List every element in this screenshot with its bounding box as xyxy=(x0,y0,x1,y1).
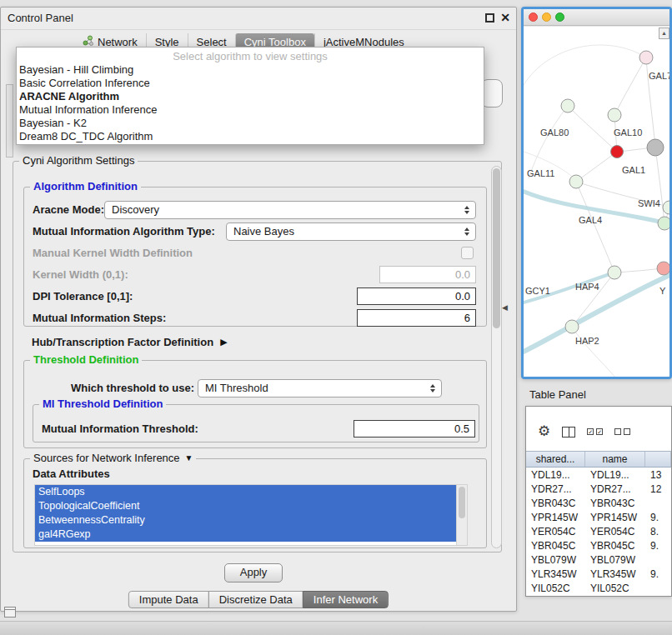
mi-steps-row: Mutual Information Steps: xyxy=(24,309,486,328)
network-node[interactable] xyxy=(647,139,664,156)
scroll-up-icon[interactable]: ▲ xyxy=(659,28,669,39)
table-body: YDL19... YDL19... 13 YDR27... YDR27... 1… xyxy=(526,468,671,596)
table-panel-window: ⚙ shared... name YDL19... YDL19... 13 YD… xyxy=(525,406,672,597)
table-cell: 12 xyxy=(645,482,671,497)
menu-item[interactable]: Bayesian - K2 xyxy=(17,117,484,130)
network-edges xyxy=(524,45,669,379)
network-window-titlebar[interactable] xyxy=(524,9,669,26)
obscured-panel-edge xyxy=(6,84,13,158)
list-item[interactable]: BetweennessCentrality xyxy=(35,513,456,528)
table-cell: YDL19... xyxy=(585,468,645,482)
column-header[interactable]: name xyxy=(585,452,645,467)
table-cell: YDL19... xyxy=(526,468,585,482)
settings-scrollbar[interactable] xyxy=(491,166,502,548)
table-row[interactable]: YPR145W YPR145W 9. xyxy=(526,511,671,525)
table-row[interactable]: YBL079W YBL079W xyxy=(526,553,671,568)
network-node[interactable] xyxy=(608,266,621,279)
deselect-all-columns-icon[interactable] xyxy=(614,428,630,435)
menu-item[interactable]: Bayesian - Hill Climbing xyxy=(17,63,484,77)
network-canvas[interactable]: GAL7 GAL80 GAL10 GAL11 GAL1 SWI4 GAL4 GC… xyxy=(524,27,669,377)
network-node[interactable] xyxy=(561,99,574,112)
scrollbar-thumb[interactable] xyxy=(459,487,465,518)
network-node[interactable] xyxy=(565,320,579,333)
table-row[interactable]: YIL052C YIL052C xyxy=(526,582,671,596)
dpi-tolerance-input[interactable] xyxy=(357,288,476,305)
network-node[interactable] xyxy=(611,146,624,158)
node-label: Y xyxy=(659,286,666,296)
minimize-traffic-light[interactable] xyxy=(542,12,551,22)
network-node[interactable] xyxy=(569,175,583,188)
mi-threshold-input[interactable] xyxy=(354,420,475,438)
manual-kernel-checkbox[interactable] xyxy=(461,247,474,259)
menu-item[interactable]: Mutual Information Inference xyxy=(17,103,484,117)
node-label: HAP4 xyxy=(575,282,599,292)
table-toolbar: ⚙ xyxy=(538,423,630,440)
table-cell: YBL079W xyxy=(585,553,645,568)
network-node[interactable] xyxy=(608,108,621,122)
kernel-width-input[interactable] xyxy=(379,266,476,283)
collapse-down-icon[interactable]: ▼ xyxy=(185,452,193,464)
table-row[interactable]: YBR043C YBR043C xyxy=(526,497,671,511)
menu-item[interactable]: ARACNE Algorithm xyxy=(17,90,484,103)
table-cell: YBR043C xyxy=(585,497,645,511)
expand-right-icon[interactable]: ▶ xyxy=(220,337,227,348)
network-node[interactable] xyxy=(663,201,669,214)
network-node[interactable] xyxy=(657,262,669,275)
aracne-mode-select[interactable]: Discovery xyxy=(104,201,476,219)
kernel-width-label: Kernel Width (0,1): xyxy=(33,266,128,284)
close-icon[interactable]: ✕ xyxy=(500,11,510,24)
group-title: Sources for Network Inference ▼ xyxy=(30,452,196,464)
list-item[interactable]: TopologicalCoefficient xyxy=(35,499,456,513)
table-row[interactable]: YDL19... YDL19... 13 xyxy=(526,468,671,482)
column-header[interactable]: shared... xyxy=(526,452,585,467)
bottom-tab-bar: Impute Data Discretize Data Infer Networ… xyxy=(128,591,389,608)
mi-steps-input[interactable] xyxy=(357,309,476,327)
list-scrollbar[interactable] xyxy=(456,485,467,545)
table-row[interactable]: YLR345W YLR345W 9. xyxy=(526,568,671,582)
zoom-traffic-light[interactable] xyxy=(555,12,564,22)
group-title: Algorithm Definition xyxy=(30,180,141,192)
docked-panel-icon[interactable] xyxy=(4,607,16,618)
combo-arrows-icon xyxy=(461,202,473,218)
columns-icon[interactable] xyxy=(562,427,575,438)
network-node[interactable] xyxy=(639,51,653,64)
window-title: Control Panel xyxy=(8,12,73,24)
network-node[interactable] xyxy=(658,217,669,230)
scrollbar-thumb[interactable] xyxy=(493,168,500,328)
mi-threshold-definition-group: MI Threshold Definition Mutual Informati… xyxy=(33,404,479,442)
mi-type-select[interactable]: Naive Bayes xyxy=(226,222,476,241)
select-all-columns-icon[interactable] xyxy=(587,428,603,435)
sources-group: Sources for Network Inference ▼ Data Att… xyxy=(23,458,487,548)
hub-definition-section[interactable]: Hub/Transcription Factor Definition ▶ xyxy=(32,333,228,350)
data-attributes-list[interactable]: SelfLoops TopologicalCoefficient Between… xyxy=(34,484,468,546)
dpi-tolerance-row: DPI Tolerance [0,1]: xyxy=(24,288,486,306)
tab-infer-network[interactable]: Infer Network xyxy=(303,591,389,608)
tab-impute-data[interactable]: Impute Data xyxy=(128,591,209,608)
float-window-icon[interactable] xyxy=(485,13,494,22)
table-cell: YIL052C xyxy=(526,582,585,596)
which-threshold-select[interactable]: MI Threshold xyxy=(198,379,442,398)
splitpane-collapse-icon[interactable]: ◀ xyxy=(502,303,508,312)
manual-kernel-label: Manual Kernel Width Definition xyxy=(33,244,193,262)
list-item[interactable]: SelfLoops xyxy=(35,485,456,499)
table-cell: YBR045C xyxy=(585,539,645,553)
menu-item[interactable]: Dream8 DC_TDC Algorithm xyxy=(17,130,484,143)
combo-arrows-icon xyxy=(427,380,439,397)
list-item[interactable]: gal4RGexp xyxy=(35,528,456,542)
table-row[interactable]: YDR27... YDR27... 12 xyxy=(526,482,671,497)
tab-discretize-data[interactable]: Discretize Data xyxy=(208,591,303,608)
table-row[interactable]: YER054C YER054C 8. xyxy=(526,525,671,539)
node-label: HAP2 xyxy=(575,336,599,346)
table-cell xyxy=(645,497,671,511)
close-traffic-light[interactable] xyxy=(529,12,538,22)
apply-button[interactable]: Apply xyxy=(224,563,283,582)
gear-icon[interactable]: ⚙ xyxy=(538,423,550,440)
table-cell: YBL079W xyxy=(526,553,585,568)
column-header[interactable] xyxy=(645,452,671,467)
table-cell: YDR27... xyxy=(585,482,645,497)
menu-item[interactable]: Basic Correlation Inference xyxy=(17,77,484,90)
table-row[interactable]: YBR045C YBR045C 9. xyxy=(526,539,671,553)
bottom-status-bar xyxy=(0,621,672,635)
mi-threshold-label: Mutual Information Threshold: xyxy=(42,420,198,438)
checked-box-icon xyxy=(587,428,594,435)
